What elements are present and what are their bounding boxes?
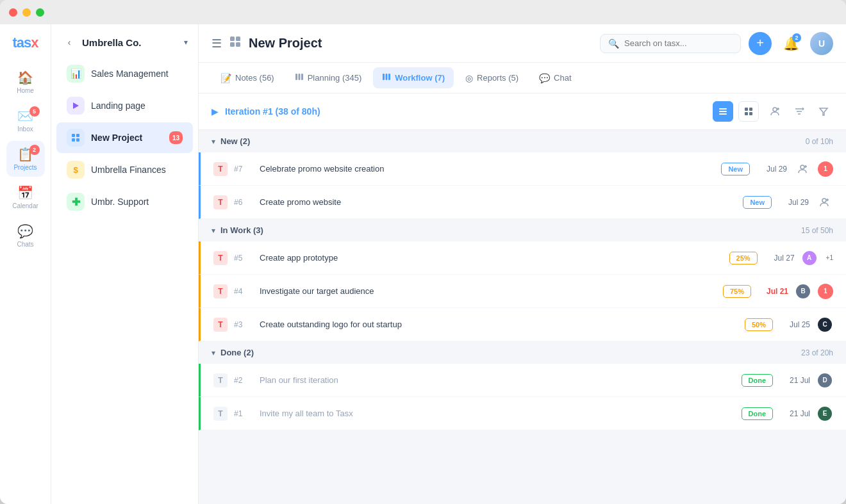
- sidebar-item-chats[interactable]: 💬 Chats: [6, 218, 45, 254]
- iteration-expand-icon[interactable]: ▶: [212, 106, 219, 117]
- nav-item-finances[interactable]: $ Umbrella Finances: [56, 154, 193, 185]
- calendar-icon: 📅: [17, 185, 33, 200]
- list-view-button[interactable]: [713, 101, 733, 122]
- sidebar-item-calendar[interactable]: 📅 Calendar: [6, 179, 45, 215]
- support-icon: ✚: [67, 193, 85, 211]
- sidebar-item-inbox[interactable]: 5 ✉️ Inbox: [6, 102, 45, 138]
- logo[interactable]: tasx: [12, 35, 38, 51]
- group-header-inwork[interactable]: ▾ In Work (3) 15 of 50h: [199, 219, 846, 241]
- task-type-icon: T: [213, 162, 228, 176]
- nav-back-button[interactable]: ‹: [62, 35, 77, 50]
- svg-marker-0: [73, 102, 79, 109]
- search-input[interactable]: [624, 38, 733, 48]
- svg-rect-15: [719, 108, 727, 110]
- svg-rect-8: [236, 42, 240, 47]
- task-title: Celebrate promo website creation: [260, 164, 715, 174]
- iteration-toolbar: [765, 102, 833, 121]
- table-row[interactable]: T #1 Invite my all team to Tasx Done 21 …: [199, 397, 846, 430]
- nav-item-support[interactable]: ✚ Umbr. Support: [56, 186, 193, 217]
- reports-tab-icon: ◎: [465, 73, 473, 83]
- nav-landing-label: Landing page: [91, 101, 183, 111]
- nav-item-sales[interactable]: 📊 Sales Management: [56, 58, 193, 89]
- table-row[interactable]: T #5 Create app prototype 25% Jul 27 A+1: [199, 241, 846, 275]
- status-badge[interactable]: New: [743, 196, 772, 209]
- notes-tab-icon: 📝: [220, 73, 231, 83]
- task-type-icon: T: [213, 407, 228, 421]
- page-title: New Project: [249, 36, 322, 51]
- group-expand-icon: ▾: [212, 137, 215, 146]
- maximize-dot[interactable]: [36, 8, 44, 17]
- tab-notes[interactable]: 📝 Notes (56): [212, 68, 283, 88]
- tab-reports[interactable]: ◎ Reports (5): [456, 68, 527, 88]
- tab-planning[interactable]: Planning (345): [286, 67, 371, 88]
- svg-rect-21: [749, 112, 752, 115]
- workspace-chevron-icon[interactable]: ▾: [184, 38, 188, 47]
- sort-toolbar-button[interactable]: [790, 102, 809, 121]
- filter-toolbar-button[interactable]: [814, 102, 833, 121]
- avatar-stack: C: [817, 316, 833, 333]
- iteration-title[interactable]: Iteration #1 (38 of 80h): [225, 106, 706, 117]
- task-id: #2: [234, 376, 253, 385]
- add-button[interactable]: +: [749, 32, 772, 55]
- sidebar-item-projects[interactable]: 2 📋 Projects: [6, 141, 45, 177]
- minimize-dot[interactable]: [22, 8, 31, 17]
- svg-rect-9: [295, 74, 297, 80]
- nav-newproject-label: New Project: [91, 133, 163, 143]
- nav-header: ‹ Umbrella Co. ▾: [51, 24, 198, 58]
- status-badge[interactable]: New: [721, 163, 750, 175]
- notifications-button[interactable]: 🔔 2: [779, 32, 802, 55]
- tab-workflow[interactable]: Workflow (7): [373, 67, 454, 88]
- task-date: 21 Jul: [779, 409, 810, 418]
- assign-button[interactable]: [793, 160, 811, 178]
- task-date: Jul 25: [779, 320, 810, 329]
- group-header-done[interactable]: ▾ Done (2) 23 of 20h: [199, 341, 846, 364]
- nav-sales-label: Sales Management: [91, 69, 183, 79]
- avatar: D: [817, 372, 833, 389]
- iteration-bar: ▶ Iteration #1 (38 of 80h): [199, 93, 846, 130]
- sales-icon: 📊: [67, 65, 85, 83]
- project-title-icon: [229, 36, 241, 51]
- assign-toolbar-button[interactable]: [765, 102, 784, 121]
- task-id: #4: [234, 287, 253, 296]
- svg-rect-6: [236, 37, 240, 41]
- menu-icon[interactable]: ☰: [212, 37, 222, 51]
- comment-badge: 1: [818, 161, 833, 177]
- search-box[interactable]: 🔍: [600, 34, 741, 53]
- task-title: Create outstanding logo for out startup: [260, 320, 738, 329]
- assign-button[interactable]: [815, 193, 833, 211]
- task-date: Jul 27: [764, 254, 795, 263]
- sidebar-chats-label: Chats: [17, 241, 33, 248]
- status-badge[interactable]: 50%: [745, 318, 773, 331]
- board-view-button[interactable]: [738, 101, 759, 122]
- status-badge[interactable]: 75%: [723, 285, 751, 298]
- status-badge[interactable]: Done: [742, 407, 774, 420]
- user-avatar[interactable]: U: [810, 32, 833, 55]
- status-badge[interactable]: Done: [742, 374, 774, 387]
- workspace-name: Umbrella Co.: [82, 37, 179, 48]
- nav-item-landing[interactable]: Landing page: [56, 90, 193, 121]
- table-row[interactable]: T #6 Create promo website New Jul 29: [199, 186, 846, 219]
- task-id: #5: [234, 254, 253, 263]
- nav-panel: ‹ Umbrella Co. ▾ 📊 Sales Management Land…: [51, 24, 199, 504]
- task-type-icon: T: [213, 318, 228, 332]
- nav-item-newproject[interactable]: New Project 13: [56, 122, 193, 153]
- group-title-inwork: In Work (3): [220, 225, 796, 235]
- task-type-icon: T: [213, 373, 228, 387]
- projects-badge: 2: [29, 145, 40, 155]
- svg-rect-5: [230, 37, 235, 41]
- planning-tab-icon: [295, 72, 304, 83]
- group-hours-new: 0 of 10h: [806, 137, 833, 146]
- group-header-new[interactable]: ▾ New (2) 0 of 10h: [199, 130, 846, 152]
- table-row[interactable]: T #2 Plan our first iteration Done 21 Ju…: [199, 364, 846, 397]
- group-done: ▾ Done (2) 23 of 20h T #2 Plan our first…: [199, 341, 846, 430]
- chat-tab-label: Chat: [554, 73, 571, 83]
- table-row[interactable]: T #4 Investigate our target audience 75%…: [199, 275, 846, 308]
- sidebar-item-home[interactable]: 🏠 Home: [6, 64, 45, 100]
- tab-chat[interactable]: 💬 Chat: [530, 68, 580, 88]
- table-row[interactable]: T #3 Create outstanding logo for out sta…: [199, 308, 846, 341]
- close-dot[interactable]: [9, 8, 17, 17]
- status-badge[interactable]: 25%: [729, 252, 758, 264]
- task-date: 21 Jul: [779, 376, 810, 385]
- svg-rect-4: [76, 138, 79, 142]
- table-row[interactable]: T #7 Celebrate promo website creation Ne…: [199, 152, 846, 186]
